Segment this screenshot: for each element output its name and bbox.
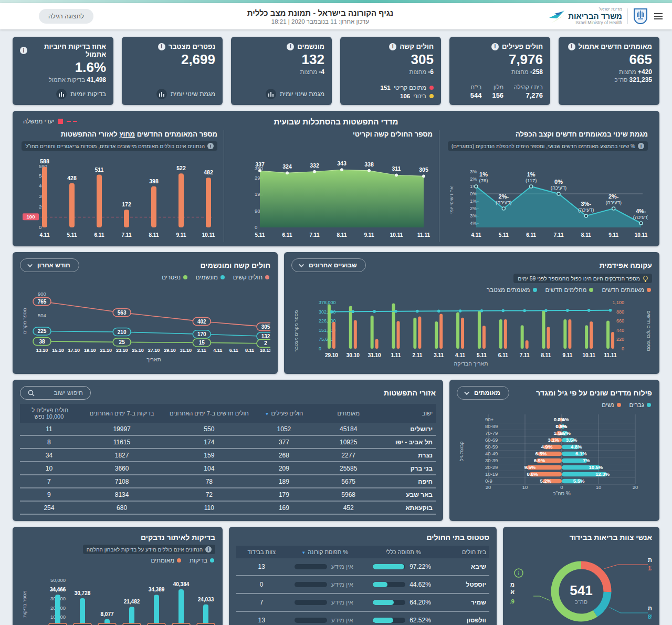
daily-trend-link[interactable]: מגמת שינוי יומית <box>129 89 215 99</box>
cell-value: 72 <box>165 488 253 501</box>
metric-dropdown[interactable]: מאומתים <box>457 386 509 400</box>
info-icon[interactable]: i <box>491 43 499 50</box>
svg-text:900: 900 <box>38 291 46 297</box>
chevron-down-icon <box>464 390 469 395</box>
svg-text:7%: 7% <box>583 457 590 463</box>
cell-value: 268 <box>253 449 316 462</box>
svg-text:17.10: 17.10 <box>68 348 80 353</box>
svg-text:+90: +90 <box>485 416 494 422</box>
severe-range-dropdown[interactable]: חודש אחרון <box>20 258 79 272</box>
brand-block: מדינת ישראל משרד הבריאות Israel Ministry… <box>547 7 648 25</box>
card-title: חולים קשה ומונשמים <box>200 261 270 269</box>
epidemic-range-dropdown[interactable]: שבועיים אחרונים <box>291 258 366 272</box>
svg-text:6.1%: 6.1% <box>575 451 587 456</box>
cell-value: 2277 <box>315 449 382 462</box>
svg-text:אחרים: אחרים <box>510 589 514 595</box>
kpi-title: חולים קשה <box>400 43 434 50</box>
info-icon[interactable]: i <box>287 43 294 50</box>
svg-text:7.11: 7.11 <box>122 232 132 238</box>
hospital-name: וולפסון <box>444 611 489 625</box>
table-row[interactable]: וולפסון62.52%אין מידע13 <box>236 611 489 625</box>
cell-value: 169 <box>253 501 316 514</box>
daily-tests-link[interactable]: בדיקות יומיות <box>20 89 106 99</box>
column-header[interactable]: צוות בבידוד <box>236 546 287 558</box>
regular-view-button[interactable]: לתצוגה רגילה <box>39 9 93 24</box>
info-icon[interactable]: i <box>389 43 396 50</box>
outside-bars-chart: 0100200300400500590588428511172398522482… <box>15 153 217 241</box>
bar-chart-icon <box>56 89 67 99</box>
svg-text:מספר מקרים חדשים: מספר מקרים חדשים <box>646 310 652 351</box>
cell-value: 3660 <box>78 462 165 475</box>
column-header[interactable]: % תפוסה כללי <box>363 546 444 558</box>
svg-text:1.11: 1.11 <box>391 352 401 358</box>
svg-text:2.11: 2.11 <box>412 352 422 358</box>
column-header[interactable]: % תפוסת קורונה▼ <box>287 546 363 558</box>
isolated-staff-count: 13 <box>236 611 287 625</box>
table-row[interactable]: ירושלים4518410525501999711 <box>20 423 436 435</box>
logo-english-text: Israel Ministry of Health <box>568 20 622 25</box>
column-header[interactable]: בדיקות ב-7 ימים האחרונים <box>78 404 165 423</box>
no-data-cell: אין מידע <box>287 593 363 611</box>
chart-note: iהנתונים אינם כוללים מידע על בדיקות לאבח… <box>83 545 215 554</box>
svg-text:1%: 1% <box>479 171 488 178</box>
kpi-total: 321,235 סה"כ <box>566 76 652 84</box>
svg-text:4.11: 4.11 <box>471 232 481 238</box>
svg-text:3%: 3% <box>470 169 477 174</box>
svg-text:15.10: 15.10 <box>52 348 64 353</box>
kpi-tests-count: 41,498 בדיקות אתמול <box>20 76 106 84</box>
svg-text:מספר בדיקות: מספר בדיקות <box>22 590 27 617</box>
svg-text:29.10: 29.10 <box>325 352 338 358</box>
chart-note: i% שינוי בממוצע מאומתים חדשים שבועי, ומס… <box>448 141 648 151</box>
legend-dot-icon <box>177 558 181 562</box>
info-icon[interactable]: i <box>568 43 575 50</box>
column-header[interactable]: חולים פעילים▼ <box>253 404 316 423</box>
svg-text:9.11: 9.11 <box>562 352 572 358</box>
svg-text:21,482: 21,482 <box>124 599 140 605</box>
table-row[interactable]: נצרת2277268159182734 <box>20 449 436 462</box>
info-icon[interactable]: i <box>20 47 27 54</box>
table-row[interactable]: שמיר64.20%אין מידע7 <box>236 593 489 611</box>
kpi-value: 665 <box>566 51 652 68</box>
svg-text:70-79: 70-79 <box>485 430 498 436</box>
kpi-value: 2,699 <box>129 51 215 68</box>
table-row[interactable]: תל אביב - יפו10925377174116158 <box>20 435 436 449</box>
svg-text:20: 20 <box>486 484 491 490</box>
column-header[interactable]: חולים פעילים ל- 10,000 נפש <box>20 404 78 423</box>
column-header[interactable]: חולים חדשים ב-7 ימים האחרונים <box>165 404 253 423</box>
cell-value: 10925 <box>315 435 382 449</box>
cell-value: 174 <box>165 435 253 449</box>
svg-text:511: 511 <box>95 166 104 173</box>
table-row[interactable]: חיפה56751897871087 <box>20 475 436 488</box>
severe-ventilated-card: חולים קשה ומונשמים חודש אחרון חולים קשים… <box>13 252 278 374</box>
svg-text:880: 880 <box>616 309 624 315</box>
column-header[interactable]: ישוב <box>382 404 436 423</box>
cell-value: 7108 <box>78 475 165 488</box>
table-row[interactable]: שיבא97.22%אין מידע13 <box>236 558 489 576</box>
city-search-input[interactable] <box>39 389 83 397</box>
progress-bar <box>373 582 405 587</box>
menu-icon[interactable] <box>652 11 665 22</box>
card-title: פילוח מדדים שונים על פי גיל ומגדר <box>536 389 652 397</box>
column-header[interactable]: מאומתים <box>315 404 382 423</box>
table-row[interactable]: בני ברק25585209104366010 <box>20 462 436 475</box>
legend-dot-icon <box>589 288 593 292</box>
bar-chart-icon <box>266 89 276 99</box>
daily-trend-link[interactable]: מגמת שינוי יומית <box>238 89 324 99</box>
svg-text:210: 210 <box>118 329 127 335</box>
column-header[interactable]: בית חולים <box>444 546 489 558</box>
card-title: אזורי התפשטות <box>384 389 436 397</box>
health-staff-isolation-card: אנשי צוות בריאות בבידוד 541סה"כאחים/ות13… <box>503 527 659 625</box>
cell-value: 1052 <box>253 423 316 435</box>
city-search[interactable] <box>20 386 91 400</box>
table-row[interactable]: יוספטל44.62%אין מידע0 <box>236 576 489 593</box>
city-name: בוקעאתא <box>382 501 436 514</box>
table-row[interactable]: בוקעאתא452169110680254 <box>20 501 436 514</box>
svg-text:6.11: 6.11 <box>229 348 238 353</box>
svg-text:6.11: 6.11 <box>526 232 536 238</box>
kpi-delta: -6 מחצות <box>348 68 434 76</box>
info-icon[interactable]: i <box>158 43 165 50</box>
cell-value: 104 <box>165 462 253 475</box>
table-row[interactable]: באר שבע59681797281349 <box>20 488 436 501</box>
svg-text:40,384: 40,384 <box>173 581 190 587</box>
legend-item: מחלימים חדשים <box>545 287 594 293</box>
